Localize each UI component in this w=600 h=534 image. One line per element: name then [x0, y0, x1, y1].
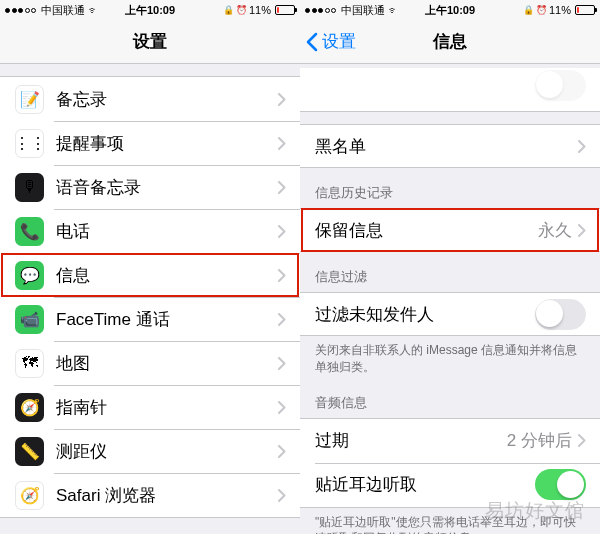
- battery-pct: 11%: [549, 4, 571, 16]
- battery-icon: [275, 5, 295, 15]
- row-filter-unknown[interactable]: 过滤未知发件人: [300, 292, 600, 336]
- chevron-icon: [278, 269, 286, 282]
- chevron-icon: [278, 489, 286, 502]
- page-title: 信息: [433, 30, 467, 53]
- row-keep-messages[interactable]: 保留信息 永久: [300, 208, 600, 252]
- carrier: 中国联通: [341, 3, 385, 18]
- row-label: 电话: [56, 220, 278, 243]
- settings-row[interactable]: 💬信息: [0, 253, 300, 297]
- row-label: 指南针: [56, 396, 278, 419]
- battery-icon: [575, 5, 595, 15]
- app-icon: 🧭: [15, 481, 44, 510]
- settings-row[interactable]: 📝备忘录: [0, 77, 300, 121]
- alarm-icon: ⏰: [536, 5, 547, 15]
- section-header: 信息过滤: [300, 252, 600, 292]
- app-icon: 💬: [15, 261, 44, 290]
- chevron-icon: [578, 224, 586, 237]
- row-toggle-partial[interactable]: [300, 68, 600, 112]
- settings-row[interactable]: ⋮⋮提醒事项: [0, 121, 300, 165]
- status-time: 上午10:09: [425, 3, 475, 18]
- section-header: 音频信息: [300, 384, 600, 418]
- chevron-icon: [578, 434, 586, 447]
- chevron-icon: [278, 137, 286, 150]
- status-bar: 中国联通 ᯤ 上午10:09 🔒 ⏰ 11%: [300, 0, 600, 20]
- battery-pct: 11%: [249, 4, 271, 16]
- row-label: 测距仪: [56, 440, 278, 463]
- row-label: FaceTime 通话: [56, 308, 278, 331]
- status-time: 上午10:09: [125, 3, 175, 18]
- switch[interactable]: [535, 70, 586, 101]
- app-icon: 📏: [15, 437, 44, 466]
- wifi-icon: ᯤ: [88, 4, 99, 16]
- app-icon: 📹: [15, 305, 44, 334]
- app-icon: ⋮⋮: [15, 129, 44, 158]
- carrier: 中国联通: [41, 3, 85, 18]
- detail-value: 2 分钟后: [507, 429, 572, 452]
- app-icon: 🧭: [15, 393, 44, 422]
- settings-row[interactable]: 📏测距仪: [0, 429, 300, 473]
- row-blacklist[interactable]: 黑名单: [300, 124, 600, 168]
- alarm-icon: ⏰: [236, 5, 247, 15]
- lock-icon: 🔒: [523, 5, 534, 15]
- settings-row[interactable]: 🗺地图: [0, 341, 300, 385]
- chevron-icon: [278, 93, 286, 106]
- row-label: 备忘录: [56, 88, 278, 111]
- section-header: 信息历史记录: [300, 168, 600, 208]
- back-button[interactable]: 设置: [306, 30, 356, 53]
- row-label: 信息: [56, 264, 278, 287]
- row-label: 语音备忘录: [56, 176, 278, 199]
- status-bar: 中国联通 ᯤ 上午10:09 🔒 ⏰ 11%: [0, 0, 300, 20]
- settings-row[interactable]: 🎙语音备忘录: [0, 165, 300, 209]
- page-title: 设置: [133, 30, 167, 53]
- chevron-icon: [278, 357, 286, 370]
- chevron-icon: [278, 445, 286, 458]
- settings-row[interactable]: 📹FaceTime 通话: [0, 297, 300, 341]
- row-label: 提醒事项: [56, 132, 278, 155]
- row-label: Safari 浏览器: [56, 484, 278, 507]
- nav-bar: 设置: [0, 20, 300, 64]
- settings-row[interactable]: 📞电话: [0, 209, 300, 253]
- app-icon: 🗺: [15, 349, 44, 378]
- row-label: 地图: [56, 352, 278, 375]
- lock-icon: 🔒: [223, 5, 234, 15]
- app-icon: 📝: [15, 85, 44, 114]
- chevron-icon: [578, 140, 586, 153]
- nav-bar: 设置 信息: [300, 20, 600, 64]
- chevron-icon: [278, 401, 286, 414]
- row-expire[interactable]: 过期 2 分钟后: [300, 419, 600, 463]
- settings-row[interactable]: 🧭Safari 浏览器: [0, 473, 300, 517]
- settings-row[interactable]: 🧭指南针: [0, 385, 300, 429]
- app-icon: 📞: [15, 217, 44, 246]
- section-footer: 关闭来自非联系人的 iMessage 信息通知并将信息单独归类。: [300, 336, 600, 384]
- watermark: 易坊好文馆: [485, 498, 585, 524]
- chevron-icon: [278, 313, 286, 326]
- wifi-icon: ᯤ: [388, 4, 399, 16]
- app-icon: 🎙: [15, 173, 44, 202]
- chevron-icon: [278, 225, 286, 238]
- switch[interactable]: [535, 469, 586, 500]
- switch[interactable]: [535, 299, 586, 330]
- detail-value: 永久: [538, 219, 572, 242]
- chevron-icon: [278, 181, 286, 194]
